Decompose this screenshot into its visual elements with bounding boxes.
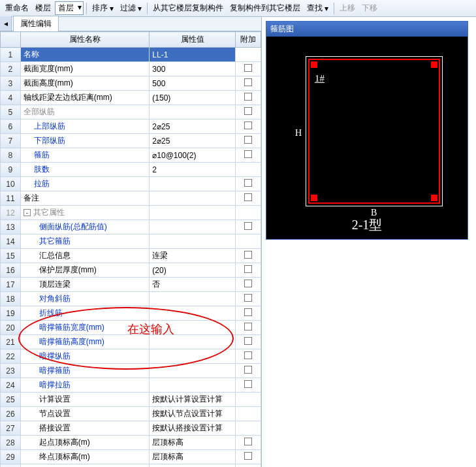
checkbox-icon[interactable] xyxy=(244,265,252,273)
property-value-cell[interactable]: (20) xyxy=(150,263,236,278)
toolbar-sort[interactable]: 排序 xyxy=(89,1,116,15)
extra-checkbox-cell[interactable] xyxy=(235,220,261,234)
row-number[interactable]: 6 xyxy=(1,120,21,134)
row-number[interactable]: 17 xyxy=(1,278,21,292)
property-value-cell[interactable] xyxy=(150,220,236,234)
checkbox-icon[interactable] xyxy=(244,64,252,72)
property-name-cell[interactable]: 上部纵筋 xyxy=(20,120,149,134)
checkbox-icon[interactable] xyxy=(244,452,252,460)
extra-checkbox-cell[interactable] xyxy=(235,421,261,436)
col-header-num[interactable] xyxy=(1,32,21,48)
table-row[interactable]: 28起点顶标高(m)层顶标高 xyxy=(1,436,261,450)
table-row[interactable]: 12-其它属性 xyxy=(1,206,261,220)
checkbox-icon[interactable] xyxy=(244,107,252,115)
property-name-cell[interactable]: -其它属性 xyxy=(20,206,149,220)
table-row[interactable]: 20暗撑箍筋宽度(mm) xyxy=(1,321,261,335)
row-number[interactable]: 25 xyxy=(1,393,21,407)
property-name-cell[interactable]: 终点顶标高(m) xyxy=(20,450,149,464)
row-number[interactable]: 7 xyxy=(1,134,21,148)
toolbar-floor-label[interactable]: 楼层 xyxy=(33,1,54,15)
table-row[interactable]: 10拉筋 xyxy=(1,177,261,191)
property-name-cell[interactable]: 计算设置 xyxy=(20,393,149,407)
extra-checkbox-cell[interactable] xyxy=(235,349,261,364)
property-value-cell[interactable]: 2 xyxy=(150,163,236,177)
property-name-cell[interactable]: 下部纵筋 xyxy=(20,134,149,148)
row-number[interactable]: 15 xyxy=(1,249,21,263)
property-value-cell[interactable]: 层顶标高 xyxy=(150,436,236,450)
row-number[interactable]: 20 xyxy=(1,321,21,335)
table-row[interactable]: 17顶层连梁否 xyxy=(1,278,261,292)
toolbar-filter[interactable]: 过滤 xyxy=(118,1,144,15)
row-number[interactable]: 30 xyxy=(1,464,21,468)
table-row[interactable]: 25计算设置按默认计算设置计算 xyxy=(1,393,261,407)
row-number[interactable]: 2 xyxy=(1,62,21,76)
property-value-cell[interactable]: ⌀10@100(2) xyxy=(150,148,236,163)
property-name-cell[interactable]: 起点顶标高(m) xyxy=(20,436,149,450)
property-name-cell[interactable]: 搭接设置 xyxy=(20,421,149,436)
property-value-cell[interactable] xyxy=(150,378,236,393)
checkbox-icon[interactable] xyxy=(244,193,252,201)
property-value-cell[interactable]: (150) xyxy=(150,91,236,105)
property-value-cell[interactable]: 按默认计算设置计算 xyxy=(150,393,236,407)
property-name-cell[interactable]: 保护层厚度(mm) xyxy=(20,263,149,278)
table-row[interactable]: 21暗撑箍筋高度(mm) xyxy=(1,335,261,349)
row-number[interactable]: 26 xyxy=(1,407,21,421)
property-value-cell[interactable] xyxy=(150,349,236,364)
row-number[interactable]: 10 xyxy=(1,177,21,191)
table-row[interactable]: 4轴线距梁左边线距离(mm)(150) xyxy=(1,91,261,105)
checkbox-icon[interactable] xyxy=(244,337,252,345)
extra-checkbox-cell[interactable] xyxy=(235,292,261,306)
property-name-cell[interactable]: 其它箍筋 xyxy=(20,234,149,249)
property-name-cell[interactable]: 备注 xyxy=(20,191,149,206)
checkbox-icon[interactable] xyxy=(244,280,252,287)
extra-checkbox-cell[interactable] xyxy=(235,163,261,177)
property-name-cell[interactable]: 名称 xyxy=(20,48,149,62)
property-name-cell[interactable]: 暗撑箍筋 xyxy=(20,364,149,378)
table-row[interactable]: 27搭接设置按默认搭接设置计算 xyxy=(1,421,261,436)
property-name-cell[interactable]: 汇总信息 xyxy=(20,249,149,263)
table-row[interactable]: 9肢数2 xyxy=(1,163,261,177)
row-number[interactable]: 1 xyxy=(1,48,21,62)
row-number[interactable]: 21 xyxy=(1,335,21,349)
extra-checkbox-cell[interactable] xyxy=(235,278,261,292)
row-number[interactable]: 11 xyxy=(1,191,21,206)
property-value-cell[interactable] xyxy=(150,191,236,206)
table-row[interactable]: 7下部纵筋2⌀25 xyxy=(1,134,261,148)
row-number[interactable]: 29 xyxy=(1,450,21,464)
property-name-cell[interactable]: 暗撑拉筋 xyxy=(20,378,149,393)
property-value-cell[interactable]: 300 xyxy=(150,62,236,76)
expander-minus-icon[interactable]: - xyxy=(24,209,31,216)
table-row[interactable]: 1名称LL-1 xyxy=(1,48,261,62)
row-number[interactable]: 8 xyxy=(1,148,21,163)
property-name-cell[interactable]: 暗撑箍筋高度(mm) xyxy=(20,335,149,349)
checkbox-icon[interactable] xyxy=(244,251,252,259)
property-name-cell[interactable]: 顶层连梁 xyxy=(20,278,149,292)
toolbar-rename[interactable]: 重命名 xyxy=(3,1,31,15)
property-name-cell[interactable]: 对角斜筋 xyxy=(20,292,149,306)
extra-checkbox-cell[interactable] xyxy=(235,148,261,163)
table-row[interactable]: 30+锚固搭接 xyxy=(1,464,261,468)
col-header-name[interactable]: 属性名称 xyxy=(20,32,149,48)
property-value-cell[interactable]: 2⌀25 xyxy=(150,134,236,148)
property-value-cell[interactable]: LL-1 xyxy=(150,48,236,62)
col-header-value[interactable]: 属性值 xyxy=(150,32,236,48)
property-value-cell[interactable]: 连梁 xyxy=(150,249,236,263)
property-name-cell[interactable]: 轴线距梁左边线距离(mm) xyxy=(20,91,149,105)
property-value-cell[interactable]: 按默认节点设置计算 xyxy=(150,407,236,421)
property-value-cell[interactable]: 层顶标高 xyxy=(150,450,236,464)
extra-checkbox-cell[interactable] xyxy=(235,62,261,76)
table-row[interactable]: 5全部纵筋 xyxy=(1,105,261,120)
extra-checkbox-cell[interactable] xyxy=(235,393,261,407)
extra-checkbox-cell[interactable] xyxy=(235,206,261,220)
checkbox-icon[interactable] xyxy=(244,308,252,316)
table-row[interactable]: 23暗撑箍筋 xyxy=(1,364,261,378)
row-number[interactable]: 28 xyxy=(1,436,21,450)
property-name-cell[interactable]: 节点设置 xyxy=(20,407,149,421)
checkbox-icon[interactable] xyxy=(244,438,252,445)
table-row[interactable]: 3截面高度(mm)500 xyxy=(1,76,261,91)
extra-checkbox-cell[interactable] xyxy=(235,464,261,468)
table-row[interactable]: 22暗撑纵筋 xyxy=(1,349,261,364)
table-row[interactable]: 14其它箍筋 xyxy=(1,234,261,249)
checkbox-icon[interactable] xyxy=(244,380,252,388)
extra-checkbox-cell[interactable] xyxy=(235,91,261,105)
